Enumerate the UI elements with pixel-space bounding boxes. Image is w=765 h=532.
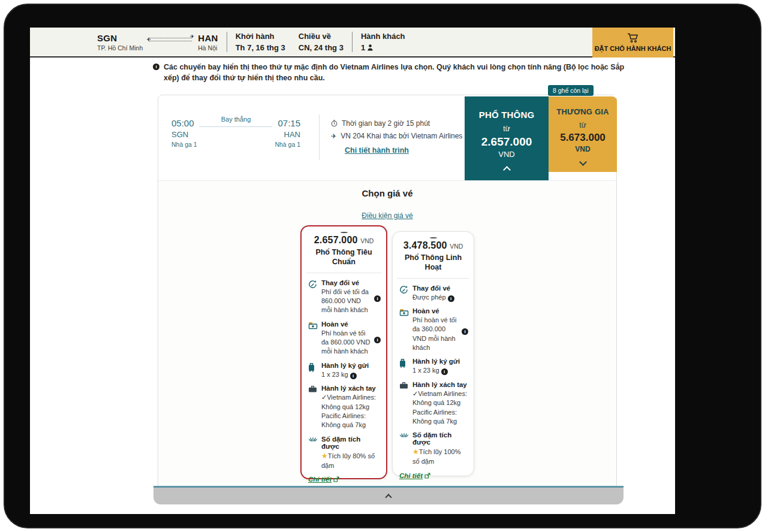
business-from-label: từ bbox=[579, 121, 586, 129]
outbound-plane-icon: ✈ bbox=[190, 34, 195, 40]
destination-code: HAN bbox=[198, 33, 218, 43]
feature-carry-on: Hành lý xách tay ✓Vietnam Airlines: Khôn… bbox=[308, 385, 380, 430]
fare-section-title: Chọn giá vé bbox=[158, 188, 616, 198]
info-icon[interactable] bbox=[448, 295, 454, 302]
info-icon[interactable] bbox=[374, 295, 381, 302]
fare-card-standard[interactable]: 2.657.000 VND Phổ Thông Tiêu Chuẩn Thay … bbox=[300, 225, 387, 479]
arrival-block: 07:15 HAN Nhà ga 1 bbox=[275, 118, 300, 148]
origin-code: SGN bbox=[97, 33, 143, 43]
fare-currency: VND bbox=[450, 243, 463, 250]
flight-path-line bbox=[200, 126, 273, 127]
external-link-icon bbox=[333, 476, 339, 482]
booking-cart-button[interactable]: ĐẶT CHỖ HÀNH KHÁCH bbox=[592, 28, 673, 58]
feature-change: Thay đổi vé Được phép bbox=[399, 285, 467, 302]
inbound-plane-icon: ✈ bbox=[146, 37, 151, 43]
check-icon: ✓ bbox=[412, 390, 418, 397]
flight-operator: VN 204 Khai thác bởi Vietnam Airlines bbox=[341, 132, 462, 140]
feature-miles: Số dặm tích được ★Tích lũy 80% số dặm bbox=[308, 436, 380, 470]
search-summary-bar: SGN TP. Hồ Chí Minh ✈ ✈ HAN Hà Nội Khởi … bbox=[30, 28, 675, 58]
origin-summary: SGN TP. Hồ Chí Minh bbox=[97, 33, 143, 52]
route-summary[interactable]: SGN TP. Hồ Chí Minh ✈ ✈ HAN Hà Nội bbox=[97, 33, 218, 52]
direct-flight-label: Bay thẳng bbox=[200, 116, 273, 123]
collapse-bar[interactable] bbox=[153, 486, 624, 504]
business-cabin-button[interactable]: THƯƠNG GIA từ 5.673.000 VND bbox=[549, 96, 617, 172]
chevron-up-icon bbox=[503, 166, 511, 174]
feature-miles: Số dặm tích được ★Tích lũy 100% số dặm bbox=[399, 431, 467, 466]
business-price: 5.673.000 bbox=[560, 132, 606, 144]
info-icon[interactable] bbox=[462, 328, 468, 335]
fare-name: Phổ Thông Linh Hoạt bbox=[399, 253, 467, 273]
divider bbox=[319, 114, 320, 160]
external-link-icon bbox=[424, 473, 430, 479]
cart-icon bbox=[627, 33, 638, 43]
arrival-airport: HAN bbox=[275, 130, 300, 139]
departure-terminal: Nhà ga 1 bbox=[171, 141, 197, 148]
depart-date-summary[interactable]: Khởi hành Th 7, 16 thg 3 bbox=[236, 32, 285, 52]
fare-detail-link[interactable]: Chi tiết bbox=[308, 476, 380, 483]
origin-city: TP. Hồ Chí Minh bbox=[97, 44, 143, 52]
miles-icon bbox=[399, 432, 409, 466]
fare-radio[interactable] bbox=[430, 237, 437, 238]
passengers-count: 1 bbox=[361, 43, 365, 52]
carry-on-baggage-icon bbox=[308, 385, 318, 430]
fare-price: 2.657.000 bbox=[314, 235, 358, 245]
passengers-label: Hành khách bbox=[361, 32, 405, 41]
star-icon: ★ bbox=[321, 452, 328, 460]
divider bbox=[227, 32, 227, 52]
cart-button-label: ĐẶT CHỖ HÀNH KHÁCH bbox=[595, 45, 671, 52]
fare-radio[interactable] bbox=[341, 232, 348, 233]
flight-times: 05:00 SGN Nhà ga 1 Bay thẳng 07:15 HAN N… bbox=[171, 118, 300, 148]
sort-notice: Các chuyến bay hiển thị theo thứ tự mặc … bbox=[153, 62, 637, 83]
refund-ticket-icon bbox=[308, 321, 318, 356]
fare-detail-link[interactable]: Chi tiết bbox=[399, 472, 467, 479]
economy-from-label: từ bbox=[503, 125, 510, 133]
departure-airport: SGN bbox=[171, 130, 197, 139]
business-currency: VND bbox=[575, 145, 590, 153]
round-trip-icon: ✈ ✈ bbox=[149, 38, 192, 41]
economy-currency: VND bbox=[498, 150, 514, 159]
fare-name: Phổ Thông Tiêu Chuẩn bbox=[308, 247, 380, 267]
economy-price: 2.657.000 bbox=[481, 135, 532, 149]
checked-baggage-icon bbox=[399, 358, 409, 375]
check-icon: ✓ bbox=[321, 394, 327, 401]
divider bbox=[397, 278, 469, 279]
fare-currency: VND bbox=[360, 237, 374, 244]
miles-icon bbox=[308, 436, 318, 470]
flight-path: Bay thẳng bbox=[200, 118, 273, 148]
arrival-time: 07:15 bbox=[275, 118, 300, 128]
divider bbox=[352, 32, 353, 52]
economy-cabin-button[interactable]: PHỔ THÔNG từ 2.657.000 VND bbox=[465, 96, 549, 180]
itinerary-detail-link[interactable]: Chi tiết hành trình bbox=[345, 146, 409, 155]
return-label: Chiều về bbox=[299, 32, 344, 41]
device-frame: SGN TP. Hồ Chí Minh ✈ ✈ HAN Hà Nội Khởi … bbox=[4, 4, 761, 528]
departure-time: 05:00 bbox=[171, 118, 197, 128]
info-icon[interactable] bbox=[441, 368, 448, 375]
fare-conditions-link[interactable]: Điều kiện giá vé bbox=[362, 211, 412, 220]
depart-label: Khởi hành bbox=[236, 32, 285, 41]
feature-refund: Hoàn vé Phí hoàn vé tối đa 860.000 VND m… bbox=[308, 321, 380, 356]
depart-date: Th 7, 16 thg 3 bbox=[236, 43, 285, 52]
info-icon[interactable] bbox=[350, 373, 357, 379]
destination-summary: HAN Hà Nội bbox=[198, 33, 218, 52]
feature-change: Thay đổi vé Phí đổi vé tối đa 860.000 VN… bbox=[308, 279, 380, 315]
info-icon bbox=[153, 64, 159, 70]
business-cabin-name: THƯƠNG GIA bbox=[556, 107, 609, 116]
fare-card-flexible[interactable]: 3.478.500 VND Phổ Thông Linh Hoạt Thay đ… bbox=[392, 231, 474, 476]
person-icon bbox=[368, 44, 373, 51]
passenger-summary[interactable]: Hành khách 1 bbox=[361, 32, 405, 52]
star-icon: ★ bbox=[412, 448, 419, 456]
carry-on-baggage-icon bbox=[399, 382, 409, 427]
seats-left-badge: 8 ghế còn lại bbox=[548, 85, 594, 96]
info-icon[interactable] bbox=[374, 337, 381, 343]
return-date-summary[interactable]: Chiều về CN, 24 thg 3 bbox=[299, 32, 344, 52]
flight-meta: Thời gian bay 2 giờ 15 phút ✈ VN 204 Kha… bbox=[331, 119, 477, 155]
feature-carry-on: Hành lý xách tay ✓Vietnam Airlines: Khôn… bbox=[399, 381, 467, 427]
departure-block: 05:00 SGN Nhà ga 1 bbox=[171, 118, 197, 148]
change-ticket-icon bbox=[399, 285, 409, 302]
checked-baggage-icon bbox=[308, 362, 318, 379]
flight-duration: Thời gian bay 2 giờ 15 phút bbox=[342, 119, 430, 128]
arrival-terminal: Nhà ga 1 bbox=[275, 141, 300, 148]
feature-refund: Hoàn vé Phí hoàn vé tối đa 360.000 VND m… bbox=[399, 307, 467, 353]
change-ticket-icon bbox=[308, 280, 318, 315]
chevron-down-icon bbox=[579, 158, 587, 166]
